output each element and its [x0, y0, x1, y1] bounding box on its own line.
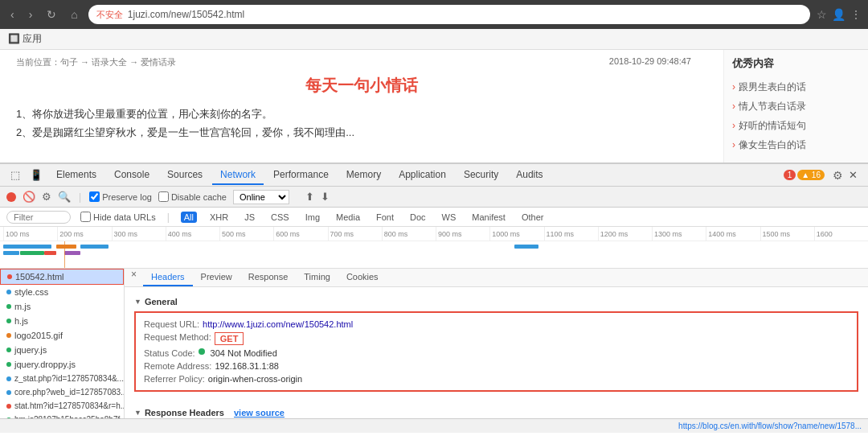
sidebar-link-3[interactable]: 好听的情话短句 [732, 116, 860, 135]
back-button[interactable]: ‹ [6, 6, 18, 23]
general-label: General [145, 297, 178, 306]
tab-memory[interactable]: Memory [338, 166, 389, 185]
filter-js[interactable]: JS [241, 212, 258, 223]
throttle-select[interactable]: Online Offline Slow 3G Fast 3G [233, 190, 289, 204]
export-icon[interactable]: ⬇ [321, 191, 330, 203]
file-item-zstat[interactable]: z_stat.php?id=1278570834&... [0, 372, 124, 385]
details-tab-headers[interactable]: Headers [143, 269, 193, 286]
disable-cache-checkbox[interactable]: Disable cache [158, 191, 227, 202]
profile-icon[interactable]: 👤 [832, 8, 845, 21]
clear-button[interactable]: 🚫 [23, 191, 35, 203]
preserve-log-label: Preserve log [102, 192, 152, 202]
file-item-hjs[interactable]: h.js [0, 314, 124, 328]
filter-icon[interactable]: ⚙ [42, 191, 51, 203]
forward-button[interactable]: › [25, 6, 37, 23]
tick-700: 700 ms [328, 227, 382, 241]
timeline-marker [64, 241, 65, 269]
timeline-bar-6 [64, 251, 80, 255]
page-title: 每天一句小情话 [16, 75, 707, 97]
file-item-droppy[interactable]: jquery.droppy.js [0, 357, 124, 372]
remote-address-value: 192.168.31.1:88 [215, 361, 279, 371]
tab-audits[interactable]: Audits [508, 166, 551, 185]
home-button[interactable]: ⌂ [67, 6, 81, 23]
file-item-core[interactable]: core.php?web_id=127857083... [0, 385, 124, 399]
file-item-logo[interactable]: logo2015.gif [0, 328, 124, 343]
details-tab-preview[interactable]: Preview [193, 269, 240, 286]
filter-css[interactable]: CSS [268, 212, 293, 223]
import-icon[interactable]: ⬆ [305, 191, 314, 203]
details-tab-timing[interactable]: Timing [296, 269, 338, 286]
tab-security[interactable]: Security [456, 166, 506, 185]
tab-elements[interactable]: Elements [48, 166, 104, 185]
record-button[interactable] [6, 192, 16, 202]
filter-other[interactable]: Other [518, 212, 547, 223]
bookmark-icon[interactable]: ☆ [817, 8, 827, 21]
general-section-header: ▼ General [134, 294, 858, 308]
view-source-link[interactable]: view source [234, 408, 285, 417]
apps-label[interactable]: 🔲 应用 [8, 32, 42, 46]
file-item-style[interactable]: style.css [0, 285, 124, 299]
filter-media[interactable]: Media [333, 212, 363, 223]
devtools-main: 150542.html style.css m.js h.js logo2015… [0, 269, 868, 418]
filter-manifest[interactable]: Manifest [469, 212, 509, 223]
details-tab-response[interactable]: Response [240, 269, 297, 286]
details-tab-cookies[interactable]: Cookies [338, 269, 387, 286]
device-icon[interactable]: 📱 [26, 167, 47, 183]
filter-all[interactable]: All [181, 212, 197, 223]
preserve-log-checkbox[interactable]: Preserve log [89, 191, 152, 202]
triangle-icon-2: ▼ [134, 409, 141, 417]
timeline-bar-5 [56, 245, 76, 249]
error-badge: 1 [784, 170, 796, 180]
general-section-box: Request URL: http://www.1juzi.com/new/15… [134, 311, 858, 392]
close-details-btn[interactable]: × [131, 269, 137, 286]
address-bar[interactable]: 不安全 1juzi.com/new/150542.html [88, 5, 810, 24]
request-method-value: GET [215, 332, 244, 345]
file-item-mjs[interactable]: m.js [0, 299, 124, 314]
tab-performance[interactable]: Performance [265, 166, 337, 185]
timeline-bar-3 [20, 251, 44, 255]
disable-cache-label: Disable cache [171, 192, 227, 202]
tick-300: 300 ms [112, 227, 166, 241]
filter-ws[interactable]: WS [439, 212, 460, 223]
hide-data-urls-checkbox[interactable]: Hide data URLs [80, 212, 156, 222]
sidebar-link-2[interactable]: 情人节表白话录 [732, 97, 860, 116]
filter-doc[interactable]: Doc [407, 212, 429, 223]
tick-200: 200 ms [57, 227, 111, 241]
tick-1500: 1500 ms [760, 227, 814, 241]
tab-application[interactable]: Application [391, 166, 454, 185]
inspect-icon[interactable]: ⬚ [6, 167, 24, 183]
filter-input[interactable] [6, 211, 71, 224]
tab-sources[interactable]: Sources [159, 166, 211, 185]
filter-font[interactable]: Font [373, 212, 397, 223]
status-bar: https://blog.cs/en.with/flow/show?name/n… [0, 418, 868, 433]
file-item-150542[interactable]: 150542.html [0, 269, 124, 285]
devtools-toolbar: ⬚ 📱 Elements Console Sources Network Per… [0, 164, 868, 187]
file-dot [6, 376, 11, 381]
filter-xhr[interactable]: XHR [207, 212, 231, 223]
refresh-button[interactable]: ↻ [43, 6, 60, 23]
file-dot [6, 404, 11, 409]
file-dot [6, 319, 11, 323]
page-content: 当前位置：句子 → 语录大全 → 爱情话录 2018-10-29 09:48:4… [0, 50, 868, 162]
status-code-label: Status Code: [144, 348, 195, 358]
menu-icon[interactable]: ⋮ [850, 8, 862, 21]
tab-network[interactable]: Network [212, 166, 264, 185]
search-icon[interactable]: 🔍 [58, 191, 71, 203]
tab-console[interactable]: Console [106, 166, 158, 185]
request-url-value: http://www.1juzi.com/new/150542.html [203, 319, 353, 329]
tick-900: 900 ms [436, 227, 489, 241]
file-dot [6, 348, 11, 352]
file-item-stat[interactable]: stat.htm?id=1278570834&r=h... [0, 399, 124, 413]
timeline-bar-4 [44, 251, 56, 255]
filter-img[interactable]: Img [302, 212, 323, 223]
status-dot [199, 348, 205, 355]
close-devtools-icon[interactable]: ✕ [845, 167, 862, 183]
page-line-1: 1、将你放进我心里最重要的位置，用心来刻你的名字。 [16, 105, 707, 123]
sidebar-link-4[interactable]: 像女生告白的话 [732, 135, 860, 154]
file-item-jquery[interactable]: jquery.js [0, 343, 124, 357]
file-dot [6, 362, 11, 367]
sidebar-link-1[interactable]: 跟男生表白的话 [732, 77, 860, 97]
devtools-gear-icon[interactable]: ⚙ [833, 169, 843, 182]
status-link[interactable]: https://blog.cs/en.with/flow/show?name/n… [678, 422, 862, 430]
file-item-hm[interactable]: hm.js?8107b15bacc25ba8b7f... [0, 413, 124, 418]
